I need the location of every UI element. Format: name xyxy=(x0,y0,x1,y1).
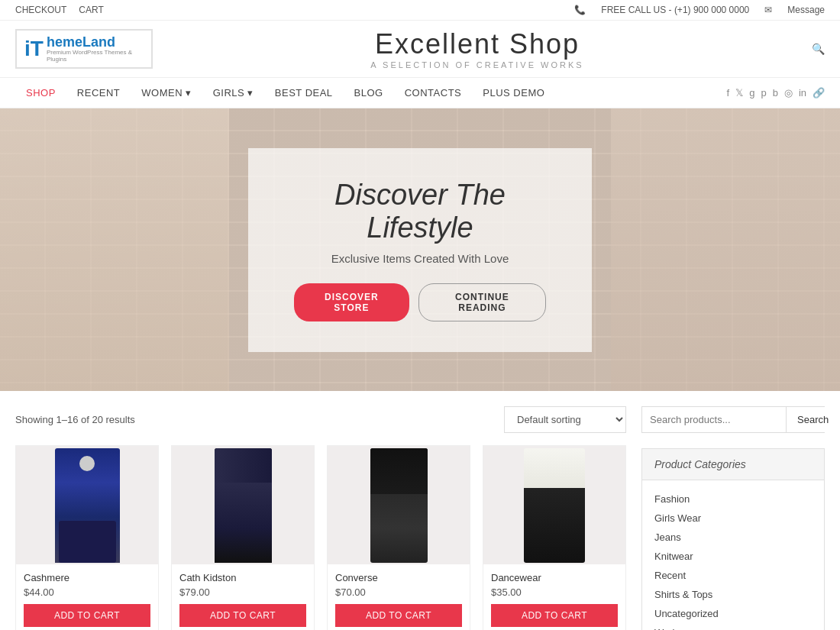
phone-text: FREE CALL US - (+1) 900 000 0000 xyxy=(601,5,749,15)
products-area: Showing 1–16 of 20 results Default sorti… xyxy=(15,406,626,630)
sort-select[interactable]: Default sorting Sort by popularity Sort … xyxy=(504,406,626,433)
header: iT hemeLand Premium WordPress Themes & P… xyxy=(0,21,840,77)
add-to-cart-button[interactable]: Add to cart xyxy=(491,604,618,627)
categories-title: Product Categories xyxy=(642,449,824,480)
add-to-cart-button[interactable]: Add to cart xyxy=(24,604,150,627)
search-input[interactable] xyxy=(642,407,786,432)
nav-blog[interactable]: BLOG xyxy=(344,78,394,108)
social-linkedin2[interactable]: 🔗 xyxy=(813,87,825,99)
nav-shop[interactable]: SHOP xyxy=(15,78,66,108)
add-to-cart-button[interactable]: Add to cart xyxy=(335,604,462,627)
product-name: Cashmere xyxy=(24,572,150,583)
site-title: Excellent Shop xyxy=(153,28,802,60)
logo[interactable]: iT hemeLand Premium WordPress Themes & P… xyxy=(15,29,153,69)
hero-subtitle: Exclusive Items Created With Love xyxy=(294,252,546,265)
nav-girls[interactable]: GIRLS ▾ xyxy=(202,78,264,108)
product-name: Converse xyxy=(335,572,462,583)
product-info: Cath Kidston $79.00 Add to cart xyxy=(172,564,314,630)
logo-text: hemeLand Premium WordPress Themes & Plug… xyxy=(47,35,144,63)
category-uncategorized[interactable]: Uncategorized xyxy=(654,604,812,623)
categories-list: Fashion Girls Wear Jeans Knitwear Recent… xyxy=(642,480,824,630)
products-header: Showing 1–16 of 20 results Default sorti… xyxy=(15,406,626,433)
site-tagline: A SELECTION OF CREATIVE WORKS xyxy=(153,60,802,69)
category-recent[interactable]: Recent xyxy=(654,566,812,585)
search-icon[interactable]: 🔍 xyxy=(812,43,825,55)
search-button[interactable]: Search xyxy=(786,407,839,432)
social-pinterest[interactable]: p xyxy=(761,87,766,99)
add-to-cart-button[interactable]: Add to cart xyxy=(179,604,306,627)
logo-icon: iT xyxy=(24,37,44,61)
product-card: Converse $70.00 Add to cart xyxy=(327,445,470,630)
logo-brand: hemeLand xyxy=(47,35,144,49)
nav-links: SHOP RECENT WOMEN ▾ GIRLS ▾ BEST DEAL BL… xyxy=(15,78,555,108)
hero-person-right xyxy=(611,108,840,391)
nav-recent[interactable]: RECENT xyxy=(66,78,131,108)
hero-person-left xyxy=(0,108,229,391)
top-bar: CHECKOUT CART 📞 FREE CALL US - (+1) 900 … xyxy=(0,0,840,21)
hero-buttons: DISCOVER STORE CONTINUE READING xyxy=(294,283,546,321)
logo-sub: Premium WordPress Themes & Plugins xyxy=(47,49,144,63)
sidebar: Search Product Categories Fashion Girls … xyxy=(641,406,825,630)
hero-banner: Discover The Lifestyle Exclusive Items C… xyxy=(0,108,840,391)
nav-social: f 𝕏 g p b ◎ in 🔗 xyxy=(727,87,825,99)
product-image-cashmere xyxy=(16,446,158,564)
phone-icon: 📞 xyxy=(574,5,586,15)
message-link[interactable]: Message xyxy=(787,5,825,15)
product-card: Dancewear $35.00 Add to cart xyxy=(483,445,626,630)
hero-title: Discover The Lifestyle xyxy=(294,179,546,244)
social-gplus[interactable]: g xyxy=(749,87,754,99)
social-linkedin[interactable]: in xyxy=(799,87,806,99)
product-grid: Cashmere $44.00 Add to cart Cath Kidston… xyxy=(15,445,626,630)
site-title-block: Excellent Shop A SELECTION OF CREATIVE W… xyxy=(153,28,802,69)
email-icon: ✉ xyxy=(764,5,772,15)
social-facebook[interactable]: f xyxy=(727,87,730,99)
category-knitwear[interactable]: Knitwear xyxy=(654,547,812,566)
cart-link[interactable]: CART xyxy=(79,5,103,15)
social-twitter[interactable]: 𝕏 xyxy=(735,87,743,99)
product-info: Cashmere $44.00 Add to cart xyxy=(16,564,158,630)
discover-store-button[interactable]: DISCOVER STORE xyxy=(294,283,409,321)
header-search-btn[interactable]: 🔍 xyxy=(802,43,825,55)
navbar: SHOP RECENT WOMEN ▾ GIRLS ▾ BEST DEAL BL… xyxy=(0,77,840,108)
nav-contacts[interactable]: CONTACTS xyxy=(394,78,473,108)
product-name: Cath Kidston xyxy=(179,572,306,583)
category-jeans[interactable]: Jeans xyxy=(654,528,812,547)
top-bar-right: 📞 FREE CALL US - (+1) 900 000 0000 ✉ Mes… xyxy=(574,5,825,15)
category-fashion[interactable]: Fashion xyxy=(654,489,812,509)
hero-content: Discover The Lifestyle Exclusive Items C… xyxy=(248,148,592,352)
product-card: Cashmere $44.00 Add to cart xyxy=(15,445,159,630)
product-image-dance xyxy=(483,446,625,564)
top-bar-left: CHECKOUT CART xyxy=(15,5,104,15)
showing-text: Showing 1–16 of 20 results xyxy=(15,414,135,425)
product-price: $70.00 xyxy=(335,586,462,598)
main-content: Showing 1–16 of 20 results Default sorti… xyxy=(0,391,840,630)
nav-bestdeal[interactable]: BEST DEAL xyxy=(264,78,344,108)
nav-women[interactable]: WOMEN ▾ xyxy=(131,78,202,108)
product-card: Cath Kidston $79.00 Add to cart xyxy=(171,445,315,630)
social-instagram[interactable]: ◎ xyxy=(784,87,793,99)
search-widget: Search xyxy=(641,406,825,433)
continue-reading-button[interactable]: CONTINUE READING xyxy=(418,283,546,321)
product-info: Converse $70.00 Add to cart xyxy=(328,564,470,630)
product-price: $44.00 xyxy=(24,586,150,598)
category-shirts-tops[interactable]: Shirts & Tops xyxy=(654,585,812,604)
social-behance[interactable]: b xyxy=(773,87,778,99)
product-image-cath xyxy=(172,446,314,564)
product-image-converse xyxy=(328,446,470,564)
product-name: Dancewear xyxy=(491,572,618,583)
product-price: $79.00 xyxy=(179,586,306,598)
product-info: Dancewear $35.00 Add to cart xyxy=(483,564,625,630)
categories-widget: Product Categories Fashion Girls Wear Je… xyxy=(641,448,825,630)
category-workwear[interactable]: Workwear xyxy=(654,623,812,630)
category-girls-wear[interactable]: Girls Wear xyxy=(654,509,812,528)
checkout-link[interactable]: CHECKOUT xyxy=(15,5,66,15)
product-price: $35.00 xyxy=(491,586,618,598)
nav-plusdemo[interactable]: PLUS DEMO xyxy=(472,78,555,108)
